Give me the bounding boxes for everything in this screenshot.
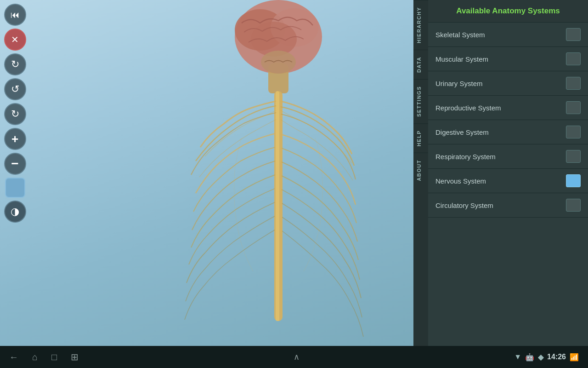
android-nav: ← ⌂ □ ⊞ — [9, 351, 79, 362]
layers-button[interactable]: ◑ — [4, 201, 26, 223]
system-checkbox-reproductive[interactable] — [566, 101, 581, 114]
refresh-button[interactable]: ↻ — [4, 53, 26, 75]
time-display: 14:26 — [547, 353, 566, 361]
system-checkbox-muscular[interactable] — [566, 52, 581, 65]
system-checkbox-respiratory[interactable] — [566, 150, 581, 163]
android-bar: ← ⌂ □ ⊞ ∧ ▼ 🤖 ◆ 14:26 📶 — [0, 346, 588, 368]
anatomy-figure — [159, 0, 398, 346]
main-area: ⏮ ✕ ↻ ↺ ↻ + − — [0, 0, 588, 346]
zoom-in-button[interactable]: + — [4, 128, 26, 150]
zoom-out-button[interactable]: − — [4, 153, 26, 175]
system-name-nervous: Nervous System — [435, 177, 486, 185]
home-nav-icon[interactable]: ⌂ — [32, 352, 38, 362]
system-checkbox-digestive[interactable] — [566, 126, 581, 138]
left-toolbar: ⏮ ✕ ↻ ↺ ↻ + − — [0, 0, 30, 346]
system-name-urinary: Urinary System — [435, 80, 483, 87]
close-button[interactable]: ✕ — [4, 29, 26, 51]
system-row-urinary[interactable]: Urinary System — [428, 71, 588, 96]
system-name-reproductive: Reproductive System — [435, 104, 501, 112]
systems-list: Skeletal System Muscular System Urinary … — [428, 23, 588, 346]
svg-rect-8 — [276, 91, 279, 321]
system-row-respiratory[interactable]: Respiratory System — [428, 144, 588, 169]
undo-button[interactable]: ↺ — [4, 78, 26, 100]
wifi-icon: 📶 — [570, 353, 579, 362]
screenshot-nav-icon[interactable]: ⊞ — [71, 351, 79, 362]
system-row-circulatory[interactable]: Circulatory System — [428, 193, 588, 218]
system-name-circulatory: Circulatory System — [435, 201, 493, 209]
tab-hierarchy[interactable]: HIERARCHY — [413, 0, 428, 50]
dropbox-icon: ◆ — [538, 353, 543, 362]
system-checkbox-skeletal[interactable] — [566, 28, 581, 41]
system-checkbox-circulatory[interactable] — [566, 199, 581, 212]
system-row-nervous[interactable]: Nervous System — [428, 169, 588, 193]
redo-button[interactable]: ↻ — [4, 103, 26, 125]
system-row-muscular[interactable]: Muscular System — [428, 47, 588, 71]
system-row-digestive[interactable]: Digestive System — [428, 120, 588, 144]
side-tabs: HIERARCHY DATA SETTINGS HELP ABOUT — [413, 0, 428, 346]
tab-settings[interactable]: SETTINGS — [413, 79, 428, 123]
view-button[interactable] — [5, 178, 25, 198]
system-name-respiratory: Respiratory System — [435, 153, 496, 161]
system-row-skeletal[interactable]: Skeletal System — [428, 23, 588, 47]
android-status: ▼ 🤖 ◆ 14:26 📶 — [514, 353, 579, 362]
tab-about[interactable]: ABOUT — [413, 153, 428, 188]
system-name-digestive: Digestive System — [435, 128, 489, 136]
back-nav-icon[interactable]: ← — [9, 352, 18, 362]
system-name-muscular: Muscular System — [435, 55, 488, 63]
system-name-skeletal: Skeletal System — [435, 31, 485, 39]
up-nav-icon[interactable]: ∧ — [294, 352, 300, 362]
system-checkbox-nervous[interactable] — [566, 174, 581, 187]
tab-data[interactable]: DATA — [413, 50, 428, 79]
anatomy-svg — [159, 0, 398, 346]
app-container: ⏮ ✕ ↻ ↺ ↻ + − — [0, 0, 588, 368]
back-button[interactable]: ⏮ — [4, 4, 26, 26]
system-row-reproductive[interactable]: Reproductive System — [428, 96, 588, 120]
wifi-signal-icon: ▼ — [514, 353, 521, 361]
android-icon: 🤖 — [525, 353, 534, 362]
svg-point-6 — [261, 51, 296, 74]
tab-help[interactable]: HELP — [413, 123, 428, 153]
right-panel: HIERARCHY DATA SETTINGS HELP ABOUT Avail… — [413, 0, 588, 346]
recents-nav-icon[interactable]: □ — [51, 352, 57, 362]
panel-content: Available Anatomy Systems Skeletal Syste… — [428, 0, 588, 346]
panel-title: Available Anatomy Systems — [428, 0, 588, 23]
viewport[interactable]: ⏮ ✕ ↻ ↺ ↻ + − — [0, 0, 413, 346]
system-checkbox-urinary[interactable] — [566, 77, 581, 90]
